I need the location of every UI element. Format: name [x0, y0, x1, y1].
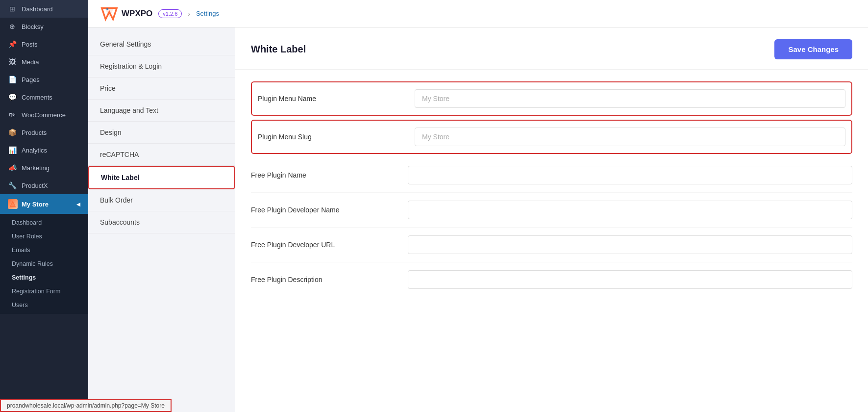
wpxpo-logo-svg — [100, 4, 119, 23]
input-plugin-menu-name[interactable] — [415, 89, 845, 108]
analytics-icon: 📊 — [8, 146, 17, 154]
url-bar: proandwholesale.local/wp-admin/admin.php… — [0, 399, 172, 412]
my-store-submenu: Dashboard User Roles Emails Dynamic Rule… — [0, 214, 88, 314]
submenu-user-roles[interactable]: User Roles — [0, 230, 88, 243]
breadcrumb-settings-link[interactable]: Settings — [196, 10, 219, 17]
marketing-icon: 📣 — [8, 164, 17, 172]
version-badge: v1.2.6 — [158, 9, 182, 18]
sidebar-item-posts[interactable]: 📌 Posts — [0, 35, 88, 53]
label-free-plugin-developer-name: Free Plugin Developer Name — [251, 206, 408, 214]
submenu-users[interactable]: Users — [0, 298, 88, 312]
submenu-dashboard[interactable]: Dashboard — [0, 216, 88, 230]
sidebar-item-dashboard[interactable]: ⊞ Dashboard — [0, 0, 88, 18]
logo-text: WPXPO — [122, 9, 152, 19]
form-row-free-plugin-name: Free Plugin Name — [251, 158, 852, 193]
input-free-plugin-developer-url[interactable] — [408, 235, 852, 254]
nav-design[interactable]: Design — [88, 122, 235, 144]
sidebar-item-marketing[interactable]: 📣 Marketing — [0, 159, 88, 177]
input-free-plugin-description[interactable] — [408, 270, 852, 289]
form-row-free-plugin-developer-name: Free Plugin Developer Name — [251, 193, 852, 228]
sidebar-item-pages[interactable]: 📄 Pages — [0, 71, 88, 88]
form-row-plugin-menu-name: Plugin Menu Name — [251, 81, 852, 116]
nav-recaptcha[interactable]: reCAPTCHA — [88, 144, 235, 166]
submenu-dynamic-rules[interactable]: Dynamic Rules — [0, 257, 88, 271]
nav-price[interactable]: Price — [88, 77, 235, 100]
my-store-arrow: ◀ — [76, 202, 80, 207]
sidebar-item-analytics[interactable]: 📊 Analytics — [0, 141, 88, 159]
sidebar-my-store[interactable]: My Store ◀ — [0, 194, 88, 214]
sidebar-item-label: WooCommerce — [22, 111, 66, 119]
sidebar-item-media[interactable]: 🖼 Media — [0, 53, 88, 71]
label-plugin-menu-slug: Plugin Menu Slug — [258, 133, 415, 141]
sidebar-item-label: Comments — [22, 94, 52, 101]
submenu-registration-form[interactable]: Registration Form — [0, 284, 88, 298]
save-changes-button[interactable]: Save Changes — [774, 39, 852, 59]
sidebar-item-woocommerce[interactable]: 🛍 WooCommerce — [0, 106, 88, 124]
label-free-plugin-name: Free Plugin Name — [251, 171, 408, 179]
woocommerce-icon: 🛍 — [8, 111, 17, 119]
sidebar-item-label: Products — [22, 129, 47, 136]
sidebar-item-comments[interactable]: 💬 Comments — [0, 88, 88, 106]
nav-general-settings[interactable]: General Settings — [88, 33, 235, 55]
sidebar-item-label: Media — [22, 58, 39, 66]
form-row-plugin-menu-slug: Plugin Menu Slug — [251, 120, 852, 154]
sidebar-item-label: Blocksy — [22, 23, 44, 30]
settings-nav: General Settings Registration & Login Pr… — [88, 27, 235, 412]
wpxpo-logo: WPXPO — [100, 4, 152, 23]
comments-icon: 💬 — [8, 93, 17, 101]
sidebar-item-label: Pages — [22, 76, 40, 83]
submenu-settings[interactable]: Settings — [0, 271, 88, 284]
sidebar-item-label: Analytics — [22, 147, 47, 154]
posts-icon: 📌 — [8, 40, 17, 48]
settings-form: Plugin Menu Name Plugin Menu Slug Free P… — [235, 70, 868, 307]
content-area: General Settings Registration & Login Pr… — [88, 27, 868, 412]
dashboard-icon: ⊞ — [8, 5, 17, 13]
blocksy-icon: ⊕ — [8, 23, 17, 30]
sidebar-item-label: ProductX — [22, 182, 48, 189]
wpxpo-icon — [8, 199, 18, 209]
productx-icon: 🔧 — [8, 181, 17, 189]
form-row-free-plugin-description: Free Plugin Description — [251, 262, 852, 297]
products-icon: 📦 — [8, 129, 17, 136]
my-store-label: My Store — [22, 201, 49, 208]
input-free-plugin-developer-name[interactable] — [408, 201, 852, 219]
sidebar-item-products[interactable]: 📦 Products — [0, 124, 88, 141]
sidebar-item-productx[interactable]: 🔧 ProductX — [0, 177, 88, 194]
pages-icon: 📄 — [8, 76, 17, 83]
sidebar-item-label: Marketing — [22, 164, 50, 172]
settings-panel: White Label Save Changes Plugin Menu Nam… — [235, 27, 868, 412]
label-free-plugin-description: Free Plugin Description — [251, 276, 408, 283]
breadcrumb-arrow: › — [188, 10, 190, 18]
sidebar-item-blocksy[interactable]: ⊕ Blocksy — [0, 18, 88, 35]
nav-white-label[interactable]: White Label — [88, 166, 235, 189]
sidebar: ⊞ Dashboard ⊕ Blocksy 📌 Posts 🖼 Media 📄 … — [0, 0, 88, 412]
sidebar-item-label: Posts — [22, 41, 38, 48]
topbar: WPXPO v1.2.6 › Settings — [88, 0, 868, 27]
main-content: WPXPO v1.2.6 › Settings General Settings… — [88, 0, 868, 412]
nav-bulk-order[interactable]: Bulk Order — [88, 189, 235, 211]
nav-language-text[interactable]: Language and Text — [88, 100, 235, 122]
settings-panel-header: White Label Save Changes — [235, 27, 868, 70]
nav-registration-login[interactable]: Registration & Login — [88, 55, 235, 77]
media-icon: 🖼 — [8, 58, 17, 66]
input-plugin-menu-slug[interactable] — [415, 128, 845, 146]
submenu-emails[interactable]: Emails — [0, 243, 88, 257]
page-title: White Label — [251, 44, 306, 55]
svg-rect-4 — [106, 8, 108, 10]
nav-subaccounts[interactable]: Subaccounts — [88, 211, 235, 233]
form-row-free-plugin-developer-url: Free Plugin Developer URL — [251, 228, 852, 262]
input-free-plugin-name[interactable] — [408, 166, 852, 184]
sidebar-item-label: Dashboard — [22, 5, 53, 13]
label-plugin-menu-name: Plugin Menu Name — [258, 95, 415, 103]
label-free-plugin-developer-url: Free Plugin Developer URL — [251, 241, 408, 249]
